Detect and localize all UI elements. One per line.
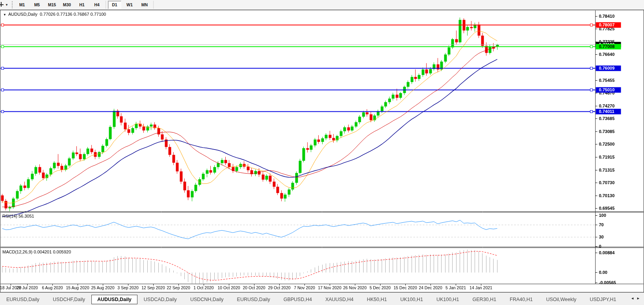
symbol-title: AUDUSD,Daily (8, 12, 37, 17)
date-label: 5 Jan 2021 (445, 285, 466, 290)
chart-symbol-label[interactable]: ▼AUDUSD,Daily 0.77026 0.77136 0.76867 0.… (3, 12, 106, 17)
date-axis[interactable]: 18 Jul 202028 Jul 20206 Aug 202015 Aug 2… (0, 285, 595, 292)
date-label: 24 Dec 2020 (419, 285, 442, 290)
date-label: 5 Dec 2020 (369, 285, 391, 290)
timeframe-button-h1[interactable]: H1 (75, 1, 89, 9)
chart-tab-uk100-h1[interactable]: UK100,H1 (430, 295, 466, 304)
date-label: 3 Sep 2020 (117, 285, 139, 290)
date-label: 22 Sep 2020 (167, 285, 190, 290)
date-label: 7 Nov 2020 (294, 285, 315, 290)
toolbar-separator (106, 1, 106, 9)
chart-window: ▼AUDUSD,Daily 0.77026 0.77136 0.76867 0.… (0, 10, 644, 292)
chart-tab-hk50-h1[interactable]: HK50,H1 (360, 295, 393, 304)
timeframe-button-w1[interactable]: W1 (123, 1, 136, 9)
date-label: 14 Jan 2021 (470, 285, 492, 290)
price-chart-canvas[interactable] (0, 10, 644, 292)
chart-tab-audusd-daily[interactable]: AUDUSD,Daily (91, 295, 137, 304)
date-label: 10 Oct 2020 (217, 285, 240, 290)
tab-scroll-left-icon[interactable]: ◄ (631, 296, 637, 300)
chart-tab-usdchf-daily[interactable]: USDCHF,Daily (46, 295, 91, 304)
toolbar-grip-handle[interactable] (12, 1, 13, 8)
timeframe-button-m15[interactable]: M15 (45, 1, 59, 9)
date-label: 28 Jul 2020 (17, 285, 38, 290)
chart-tab-fra40-h1[interactable]: FRA40,H1 (503, 295, 539, 304)
chevron-down-icon[interactable]: ▼ (5, 3, 8, 7)
date-label: 15 Dec 2020 (393, 285, 417, 290)
date-label: 20 Oct 2020 (243, 285, 265, 290)
macd-indicator-label: MACD(12,26,9) 0.004201 0.005920 (2, 250, 71, 254)
date-label: 6 Aug 2020 (42, 285, 63, 290)
chart-tab-uk100-h1[interactable]: UK100,H1 (394, 295, 429, 304)
date-label: 12 Sep 2020 (141, 285, 165, 290)
date-label: 15 Aug 2020 (66, 285, 89, 290)
date-label: 25 Aug 2020 (91, 285, 115, 290)
chart-tab-dj30-daily[interactable]: DJ30,Daily (623, 295, 627, 304)
crosshair-tool-icon[interactable] (0, 2, 4, 7)
chart-tab-xauusd-h4[interactable]: XAUUSD,H4 (319, 295, 360, 304)
chart-tab-eurusd-daily[interactable]: EURUSD,Daily (231, 295, 277, 304)
chart-tab-ger30-h1[interactable]: GER30,H1 (466, 295, 503, 304)
timeframe-button-m1[interactable]: M1 (15, 1, 29, 9)
date-label: 1 Oct 2020 (193, 285, 213, 290)
chart-tab-usdjpy-h1[interactable]: USDJPY,H1 (583, 295, 622, 304)
rsi-indicator-label: RSI(14) 56.3051 (2, 214, 34, 218)
chart-tab-eurusd-daily[interactable]: EURUSD,Daily (0, 295, 46, 304)
symbol-dropdown-icon[interactable]: ▼ (3, 13, 6, 17)
chart-tab-gbpusd-h4[interactable]: GBPUSD,H4 (277, 295, 318, 304)
top-toolbar: ▼ M1M5M15M30H1H4D1W1MN (0, 0, 644, 10)
timeframe-button-h4[interactable]: H4 (90, 1, 104, 9)
timeframe-button-m5[interactable]: M5 (30, 1, 44, 9)
timeframe-button-mn[interactable]: MN (138, 1, 151, 9)
timeframe-button-d1[interactable]: D1 (108, 1, 121, 9)
chart-tab-usdcnh-daily[interactable]: USDCNH,Daily (184, 295, 230, 304)
chart-tab-usdcad-daily[interactable]: USDCAD,Daily (137, 295, 183, 304)
timeframe-button-m30[interactable]: M30 (60, 1, 74, 9)
date-label: 26 Nov 2020 (343, 285, 367, 290)
date-label: 17 Nov 2020 (318, 285, 341, 290)
date-label: 29 Oct 2020 (268, 285, 290, 290)
tab-scroll-arrows: ◄► (631, 296, 642, 300)
toolbar-separator (153, 1, 154, 9)
chart-tab-usoil-weekly[interactable]: USOil,Weekly (540, 295, 583, 304)
tab-scroll-right-icon[interactable]: ► (637, 296, 642, 300)
ohlc-values: 0.77026 0.77136 0.76867 0.77100 (40, 12, 106, 17)
chart-tab-bar: EURUSD,DailyUSDCHF,DailyAUDUSD,DailyUSDC… (0, 292, 644, 305)
